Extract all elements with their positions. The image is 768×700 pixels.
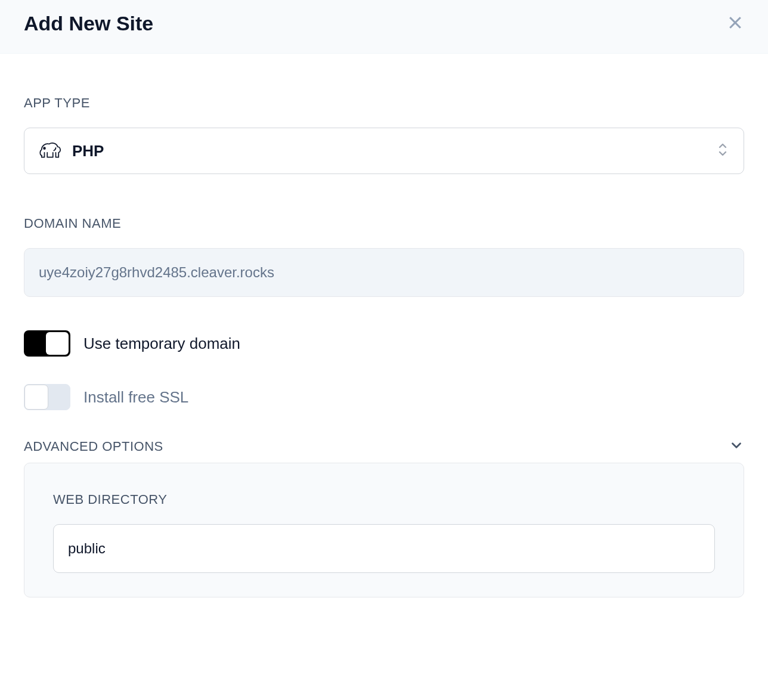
- toggle-knob: [46, 332, 69, 355]
- temp-domain-label: Use temporary domain: [83, 334, 240, 353]
- toggle-knob: [24, 385, 48, 410]
- app-type-value: PHP: [72, 142, 104, 160]
- ssl-toggle[interactable]: [24, 384, 70, 410]
- modal-title: Add New Site: [24, 12, 153, 35]
- close-icon: [726, 14, 744, 34]
- domain-name-label: DOMAIN NAME: [24, 216, 744, 231]
- app-type-select[interactable]: PHP: [24, 128, 744, 174]
- temp-domain-toggle[interactable]: [24, 330, 70, 357]
- app-type-label: APP TYPE: [24, 95, 744, 111]
- svg-point-2: [44, 147, 45, 149]
- domain-name-input[interactable]: [24, 248, 744, 297]
- advanced-options-panel: WEB DIRECTORY: [24, 463, 744, 597]
- ssl-row: Install free SSL: [24, 384, 744, 410]
- app-type-selected: PHP: [39, 140, 104, 162]
- temp-domain-row: Use temporary domain: [24, 330, 744, 357]
- web-directory-label: WEB DIRECTORY: [53, 492, 715, 507]
- ssl-label: Install free SSL: [83, 388, 188, 407]
- modal-header: Add New Site: [0, 0, 768, 54]
- php-icon: [39, 140, 61, 162]
- chevron-down-icon: [729, 438, 744, 456]
- web-directory-input[interactable]: [53, 524, 715, 573]
- modal-content: APP TYPE PHP DOMAIN NAME: [0, 54, 768, 597]
- advanced-options-label: ADVANCED OPTIONS: [24, 439, 163, 454]
- close-button[interactable]: [726, 14, 744, 34]
- advanced-options-toggle[interactable]: ADVANCED OPTIONS: [24, 438, 744, 456]
- selector-icon: [716, 141, 729, 160]
